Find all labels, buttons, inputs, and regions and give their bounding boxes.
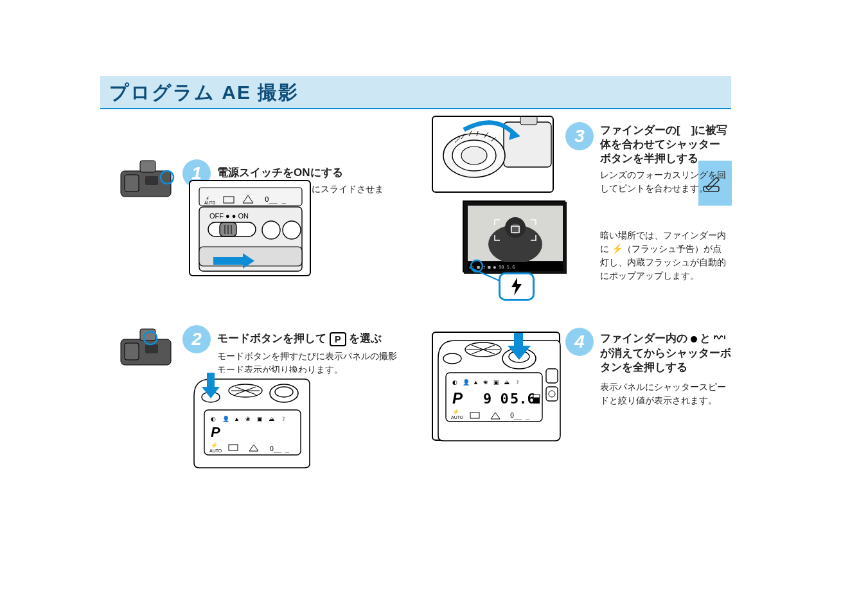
svg-text:AUTO: AUTO xyxy=(451,415,464,420)
viewfinder-preview: ⚡ ■ □ ■ ● 90 5.6 xyxy=(463,200,565,272)
svg-rect-35 xyxy=(207,373,215,388)
step-number-3: 3 xyxy=(565,122,594,150)
header-rule xyxy=(100,108,731,109)
svg-text:O̲_ _: O̲_ _ xyxy=(265,195,286,204)
svg-point-34 xyxy=(275,387,293,397)
svg-text:AUTO: AUTO xyxy=(204,200,215,206)
camera-thumb-step1 xyxy=(117,157,180,203)
svg-text:O̲_ _: O̲_ _ xyxy=(510,412,530,420)
step2-heading-post: を選ぶ xyxy=(349,332,382,344)
svg-point-78 xyxy=(443,353,461,364)
svg-text:5.6: 5.6 xyxy=(510,391,536,407)
svg-text:AUTO: AUTO xyxy=(209,449,222,453)
step4-heading-pre: ファインダー内の xyxy=(600,332,687,344)
svg-rect-81 xyxy=(514,333,523,347)
svg-text:◐: ◐ xyxy=(211,416,216,422)
svg-rect-84 xyxy=(546,387,558,401)
svg-text:▣: ▣ xyxy=(493,379,499,386)
page-title: プログラム AE 撮影 xyxy=(109,80,299,106)
step-num-label: 4 xyxy=(574,332,585,352)
svg-marker-73 xyxy=(511,278,522,296)
shake-warn-icon xyxy=(714,332,725,346)
svg-text:P: P xyxy=(211,424,220,440)
svg-rect-3 xyxy=(145,176,158,185)
step-num-label: 2 xyxy=(191,329,202,350)
svg-text:O̲_ _: O̲_ _ xyxy=(270,445,290,453)
svg-rect-25 xyxy=(145,344,158,353)
svg-text:OFF ● ● ON: OFF ● ● ON xyxy=(209,212,249,220)
step4-heading-mid: と xyxy=(700,332,711,344)
step-number-2: 2 xyxy=(182,325,211,353)
svg-text:☽: ☽ xyxy=(514,379,519,386)
svg-text:▣: ▣ xyxy=(257,416,263,422)
svg-text:⛰: ⛰ xyxy=(504,379,509,386)
svg-text:❀: ❀ xyxy=(483,379,488,386)
svg-rect-21 xyxy=(213,257,243,265)
svg-text:👤: 👤 xyxy=(222,415,230,423)
detail-panel-step3-lens xyxy=(432,116,554,193)
detail-panel-step4: ◐ 👤 ▲ ❀ ▣ ⛰ ☽ P 9 0 5.6 ⚡ AUTO O̲_ _ xyxy=(432,332,560,441)
svg-rect-24 xyxy=(140,329,155,341)
svg-rect-26 xyxy=(125,343,139,360)
focus-dot-icon xyxy=(691,336,697,342)
step4-heading-post: が消えてからシャッターボタンを全押しする xyxy=(600,347,731,373)
svg-line-72 xyxy=(469,267,501,281)
step2-heading-pre: モードボタンを押して xyxy=(217,332,330,344)
svg-text:☽: ☽ xyxy=(280,416,285,422)
step-num-label: 3 xyxy=(574,126,585,147)
step-number-4: 4 xyxy=(565,328,594,356)
detail-panel-step1: ⚡ AUTO O̲_ _ OFF ● ● ON xyxy=(189,180,311,276)
step2-heading: モードボタンを押して P を選ぶ xyxy=(217,332,403,346)
svg-point-55 xyxy=(461,147,487,164)
svg-text:◐: ◐ xyxy=(452,379,457,386)
svg-text:▲: ▲ xyxy=(473,379,479,386)
detail-panel-step2: ◐ 👤 ▲ ❀ ▣ ⛰ ☽ P ⚡ AUTO O̲_ _ xyxy=(189,373,311,469)
svg-text:9 0: 9 0 xyxy=(483,391,509,407)
flash-callout xyxy=(499,272,535,301)
svg-point-19 xyxy=(283,221,301,239)
svg-text:👤: 👤 xyxy=(463,378,470,386)
svg-rect-98 xyxy=(533,395,540,398)
camera-thumb-step2 xyxy=(117,325,180,371)
step3-heading: ファインダーの[ ]に被写体を合わせてシャッターボタンを半押しする xyxy=(600,123,729,166)
step3-body2: 暗い場所では、ファインダー内に ⚡（フラッシュ予告）が点灯し、内蔵フラッシュが自… xyxy=(600,229,729,283)
step4-heading: ファインダー内の と が消えてからシャッターボタンを全押しする xyxy=(600,332,735,375)
svg-text:❀: ❀ xyxy=(245,416,251,422)
svg-point-18 xyxy=(262,221,280,239)
mode-p-icon: P xyxy=(330,332,346,346)
svg-rect-2 xyxy=(140,161,155,172)
step1-heading: 電源スイッチをONにする xyxy=(217,166,397,180)
svg-text:▲: ▲ xyxy=(234,416,240,422)
step4-body: 表示パネルにシャッタースピードと絞り値が表示されます。 xyxy=(600,380,729,407)
svg-rect-52 xyxy=(520,117,537,125)
flash-icon xyxy=(510,278,523,296)
step3-body1: レンズのフォーカスリングを回してピントを合わせます。 xyxy=(600,168,729,195)
svg-rect-4 xyxy=(125,175,139,191)
svg-rect-83 xyxy=(546,369,558,383)
svg-text:P: P xyxy=(452,389,463,407)
svg-text:⛰: ⛰ xyxy=(269,416,274,422)
